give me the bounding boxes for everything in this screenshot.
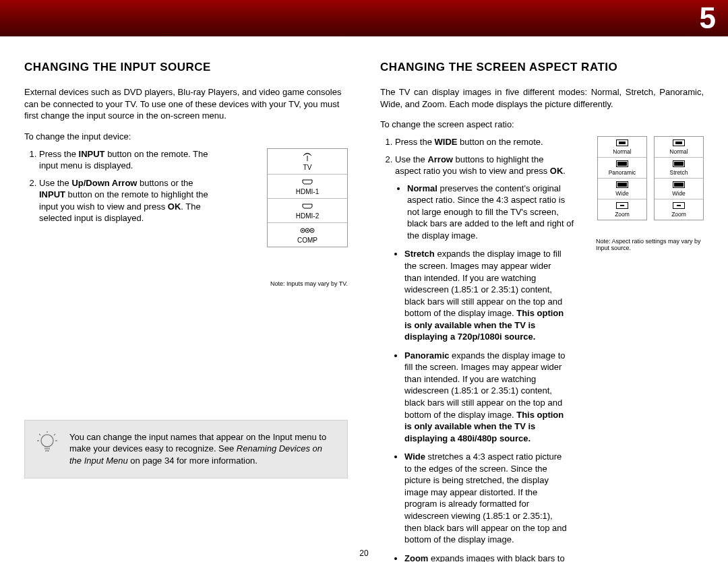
svg-point-6 (41, 435, 53, 447)
section-title-input: CHANGING THE INPUT SOURCE (24, 61, 348, 74)
list-intro-aspect: To change the screen aspect ratio: (380, 119, 704, 129)
intro-text-aspect: The TV can display images in five differ… (380, 86, 704, 110)
component-icon (268, 227, 347, 235)
bullet-panoramic: Panoramic expands the display image to f… (404, 350, 569, 444)
list-intro: To change the input device: (24, 131, 348, 142)
left-column: CHANGING THE INPUT SOURCE External devic… (24, 61, 348, 562)
bullet-normal: Normal preserves the content's original … (407, 183, 576, 242)
input-item-tv: TV (268, 149, 347, 175)
input-item-hdmi1: HDMI-1 (268, 175, 347, 199)
bullet-wide: Wide stretches a 4:3 aspect ratio pictur… (404, 451, 569, 545)
page-content: CHANGING THE INPUT SOURCE External devic… (0, 36, 728, 562)
bullet-zoom: Zoom expands images with black bars to f… (404, 553, 569, 562)
input-menu-graphic: TV HDMI-1 HDMI-2 (267, 148, 348, 247)
aspect-ratio-graphic: Normal Panoramic Wide Zoom Normal Stretc… (597, 136, 704, 220)
right-steps: Press the WIDE button on the remote. Use… (380, 136, 569, 241)
tip-box: You can change the input names that appe… (24, 420, 348, 478)
lightbulb-icon (37, 431, 57, 459)
left-steps-wrap: Press the INPUT button on the remote. Th… (24, 148, 348, 224)
right-column: CHANGING THE SCREEN ASPECT RATIO The TV … (380, 61, 704, 562)
antenna-icon (268, 153, 347, 162)
chapter-number: 5 (700, 1, 716, 35)
chapter-header: 5 (0, 0, 728, 36)
right-step-1: Press the WIDE button on the remote. (395, 136, 569, 148)
svg-point-4 (307, 230, 308, 231)
hdmi-icon (268, 203, 347, 211)
section-title-aspect: CHANGING THE SCREEN ASPECT RATIO (380, 61, 704, 74)
left-steps: Press the INPUT button on the remote. Th… (24, 148, 220, 224)
tip-text: You can change the input names that appe… (69, 431, 335, 467)
input-menu-note: Note: Inputs may vary by TV. (267, 280, 348, 287)
right-steps-wrap: Press the WIDE button on the remote. Use… (380, 136, 704, 562)
hdmi-icon (268, 179, 347, 187)
intro-text: External devices such as DVD players, Bl… (24, 86, 348, 122)
svg-point-5 (311, 230, 313, 231)
svg-point-3 (302, 230, 303, 231)
aspect-bullets: Stretch expands the display image to fil… (380, 248, 569, 562)
aspect-col-2: Normal Stretch Wide Zoom (654, 136, 704, 220)
aspect-col-1: Normal Panoramic Wide Zoom (597, 136, 647, 220)
left-step-1: Press the INPUT button on the remote. Th… (39, 148, 220, 172)
page-number: 20 (359, 549, 368, 558)
input-item-comp: COMP (268, 223, 347, 247)
input-item-hdmi2: HDMI-2 (268, 199, 347, 223)
aspect-note: Note: Aspect ratio settings may vary by … (596, 238, 704, 251)
right-step-2: Use the Arrow buttons to highlight the a… (395, 154, 569, 242)
left-step-2: Use the Up/Down Arrow buttons or the INP… (39, 177, 220, 224)
bullet-stretch: Stretch expands the display image to fil… (404, 248, 569, 342)
